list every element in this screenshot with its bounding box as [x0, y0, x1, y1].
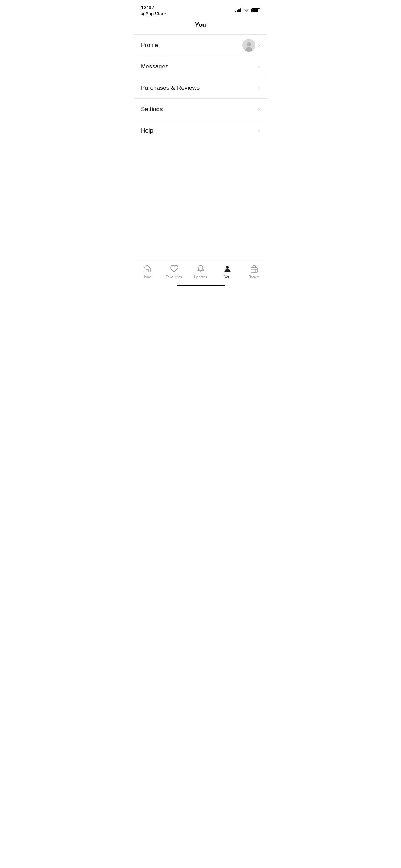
chevron-right-icon: › — [258, 105, 260, 113]
bell-icon — [196, 264, 206, 274]
wifi-icon — [243, 8, 249, 12]
help-label: Help — [141, 127, 153, 134]
messages-label: Messages — [141, 63, 168, 70]
menu-item-help[interactable]: Help › — [134, 120, 267, 141]
tab-you-label: You — [224, 275, 230, 279]
purchases-reviews-label: Purchases & Reviews — [141, 84, 200, 92]
avatar — [242, 39, 255, 52]
basket-icon — [249, 264, 259, 274]
svg-point-0 — [226, 266, 229, 269]
page-title: You — [195, 21, 206, 28]
heart-icon — [169, 264, 179, 274]
back-button[interactable]: ◀ App Store — [141, 11, 166, 16]
tab-favourites[interactable]: Favourites — [160, 264, 187, 279]
tab-home-label: Home — [142, 275, 152, 279]
chevron-right-icon: › — [258, 84, 260, 92]
battery-icon — [251, 8, 260, 12]
home-icon — [142, 264, 152, 274]
tab-home[interactable]: Home — [134, 264, 160, 279]
tab-updates[interactable]: Updates — [187, 264, 214, 279]
chevron-right-icon: › — [258, 63, 260, 70]
chevron-right-icon: › — [258, 41, 260, 49]
status-bar: 13:07 ◀ App Store — [134, 0, 267, 16]
tab-basket-label: Basket — [248, 275, 259, 279]
tab-basket[interactable]: Basket — [241, 264, 267, 279]
tab-you[interactable]: You — [214, 264, 241, 279]
signal-icon — [235, 8, 241, 12]
page-header: You — [134, 16, 267, 35]
person-icon — [222, 264, 232, 274]
menu-item-messages[interactable]: Messages › — [134, 56, 267, 77]
status-icons — [235, 8, 260, 12]
profile-label: Profile — [141, 42, 158, 49]
tab-favourites-label: Favourites — [165, 275, 182, 279]
menu-item-settings[interactable]: Settings › — [134, 99, 267, 120]
menu-item-profile[interactable]: Profile › — [134, 35, 267, 56]
menu-list: Profile › Messages › Purchases & Reviews… — [134, 35, 267, 141]
home-indicator — [177, 285, 225, 286]
tab-updates-label: Updates — [194, 275, 207, 279]
chevron-right-icon: › — [258, 127, 260, 134]
settings-label: Settings — [141, 106, 163, 113]
status-time: 13:07 — [141, 4, 166, 10]
menu-item-purchases-reviews[interactable]: Purchases & Reviews › — [134, 77, 267, 99]
svg-rect-1 — [251, 268, 257, 272]
